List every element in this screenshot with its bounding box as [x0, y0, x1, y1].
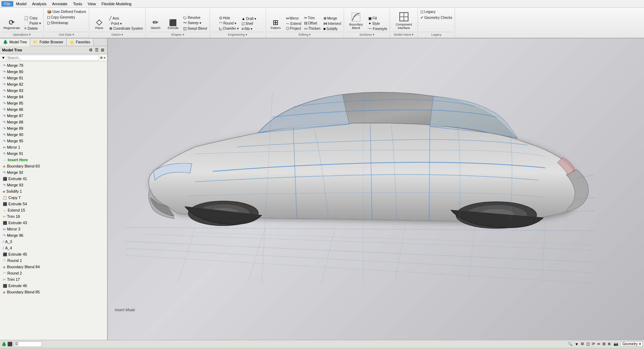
point-button[interactable]: · Point ▾: [108, 21, 144, 26]
tree-item-round-1[interactable]: ◠Round 1: [0, 257, 107, 264]
menu-flexible-modeling[interactable]: Flexible Modeling: [99, 1, 134, 7]
view-extra-btn[interactable]: ⊕: [607, 341, 611, 347]
menu-view[interactable]: View: [85, 1, 99, 7]
surfaces-group-label[interactable]: Surfaces ▾: [345, 32, 388, 36]
view-grid-btn[interactable]: ⊞: [602, 341, 606, 347]
tree-item-extrude-43[interactable]: ⬛Extrude 43: [0, 220, 107, 226]
tree-item-merge-80[interactable]: ↷Merge 80: [0, 69, 107, 75]
draft-button[interactable]: ▲ Draft ▾: [240, 16, 257, 21]
boundary-blend-button[interactable]: BoundaryBlend: [345, 10, 366, 31]
menu-analysis[interactable]: Analysis: [29, 1, 49, 7]
engineering-group-label[interactable]: Engineering ▾: [211, 32, 264, 36]
extrude-button[interactable]: ⬛ Extrude: [164, 18, 181, 31]
tree-item-extrude-45[interactable]: ⬛Extrude 45: [0, 251, 107, 257]
intersect-button[interactable]: ⋈ Intersect: [322, 21, 342, 26]
editing-group-label[interactable]: Editing ▾: [267, 32, 343, 36]
sweep-button[interactable]: 〜 Sweep ▾: [182, 20, 208, 26]
geometry-checks-button[interactable]: ✔ Geometry Checks: [419, 15, 453, 20]
tree-item-solidify-1[interactable]: ■Solidify 1: [0, 188, 107, 194]
search-clear-button[interactable]: ✕: [100, 56, 103, 60]
regenerate-button[interactable]: ⟳ Regenerate: [1, 17, 22, 31]
view-spin-btn[interactable]: ⟳: [591, 341, 596, 347]
tree-settings-button[interactable]: ⚙: [88, 47, 93, 53]
component-interface-button[interactable]: ComponentInterface: [393, 10, 414, 31]
fill-button[interactable]: ▣ Fill: [367, 16, 388, 21]
tree-item-trim-18[interactable]: ✂Trim 18: [0, 213, 107, 220]
pattern-button[interactable]: ⊞ Pattern: [267, 17, 284, 31]
view-camera-btn[interactable]: 📷: [613, 341, 619, 347]
user-defined-button[interactable]: 📦 User-Defined Feature: [46, 9, 87, 14]
legacy-button[interactable]: ◻ Legacy: [419, 9, 436, 14]
round-button[interactable]: ◠ Round ▾: [218, 21, 240, 26]
tree-item-boundary-blend-83[interactable]: ◈Boundary Blend 83: [0, 163, 107, 169]
chamfer-button[interactable]: ◺ Chamfer ▾: [218, 26, 240, 31]
search-input[interactable]: [6, 55, 99, 60]
solidify-button[interactable]: ■ Solidify: [322, 26, 342, 31]
tree-item-merge-93[interactable]: ↷Merge 93: [0, 182, 107, 188]
filter-icon[interactable]: ▼: [1, 56, 5, 60]
tree-item-merge-79[interactable]: ↷Merge 79: [0, 62, 107, 69]
trim-button[interactable]: ✂ Trim: [303, 15, 322, 21]
sketch-button[interactable]: ✏ Sketch: [147, 17, 164, 31]
tree-item-trim-17[interactable]: ✂Trim 17: [0, 276, 107, 283]
thicken-button[interactable]: ▭ Thicken: [303, 26, 322, 31]
viewport[interactable]: Insert Mode: [108, 38, 644, 340]
tree-item-merge-87[interactable]: ↷Merge 87: [0, 113, 107, 119]
hole-button[interactable]: ⊙ Hole: [218, 15, 240, 21]
project-button[interactable]: ⬡ Project: [285, 26, 302, 31]
search-add-button[interactable]: +: [104, 56, 106, 60]
mirror-button[interactable]: ⇔ Mirror: [285, 16, 302, 21]
swept-blend-button[interactable]: ◫ Swept Blend: [182, 26, 208, 31]
revolve-button[interactable]: ⭮ Revolve: [182, 15, 208, 20]
tree-item-extrude-46[interactable]: ⬛Extrude 46: [0, 283, 107, 289]
tree-item-merge-90[interactable]: ↷Merge 90: [0, 131, 107, 138]
tree-item-a4[interactable]: /A_4: [0, 245, 107, 251]
tree-item-merge-92[interactable]: ↷Merge 92: [0, 169, 107, 176]
view-orient-btn[interactable]: ⚙: [580, 341, 585, 347]
tree-item-merge-85[interactable]: ↷Merge 85: [0, 100, 107, 106]
copy-button[interactable]: 📋 Copy: [23, 15, 42, 21]
tree-item-extrude-41[interactable]: ⬛Extrude 41: [0, 176, 107, 182]
offset-button[interactable]: ⊟ Offset: [303, 21, 322, 26]
tree-item-merge-86[interactable]: ↷Merge 86: [0, 106, 107, 113]
tree-item-merge-81[interactable]: ↷Merge 81: [0, 75, 107, 81]
get-data-group-label[interactable]: Get Data ▾: [45, 32, 88, 36]
paste-button[interactable]: 📄 Paste ▾: [23, 21, 42, 26]
tab-model-tree[interactable]: 🌲 Model Tree: [0, 38, 30, 46]
model-intent-group-label[interactable]: Model Intent ▾: [391, 32, 416, 36]
tree-item-a3[interactable]: /A_3: [0, 238, 107, 245]
merge-button[interactable]: ⊕ Merge: [322, 16, 342, 21]
extend-button[interactable]: ↔ Extend: [285, 21, 302, 26]
tree-item-merge-95[interactable]: ↷Merge 95: [0, 138, 107, 144]
tree-item-boundary-blend-84[interactable]: ◈Boundary Blend 84: [0, 264, 107, 270]
menu-annotate[interactable]: Annotate: [49, 1, 70, 7]
tree-item-merge-84[interactable]: ↷Merge 84: [0, 94, 107, 100]
tree-item-merge-89[interactable]: ↷Merge 89: [0, 125, 107, 131]
copy-geometry-button[interactable]: ◻ Copy Geometry: [46, 15, 76, 20]
tree-columns-button[interactable]: ☰: [94, 47, 99, 53]
axis-button[interactable]: ╱ Axis: [108, 16, 144, 21]
tree-item-copy-7[interactable]: 📋Copy 7: [0, 194, 107, 201]
tree-item-merge-83[interactable]: ↷Merge 83: [0, 87, 107, 94]
tree-item-merge-91[interactable]: ↷Merge 91: [0, 150, 107, 157]
plane-button[interactable]: ◇ Plane: [91, 17, 107, 31]
view-arrows-btn[interactable]: ⇔: [596, 341, 601, 347]
menu-tools[interactable]: Tools: [70, 1, 85, 7]
menu-file[interactable]: File: [1, 1, 13, 7]
tree-item-round-2[interactable]: ◠Round 2: [0, 270, 107, 276]
rib-button[interactable]: ≡ Rib ▾: [240, 26, 257, 31]
style-button[interactable]: ✦ Style: [367, 21, 388, 26]
view-mode-btn1[interactable]: 🔍: [567, 341, 573, 347]
geometry-dropdown[interactable]: Geometry ▾: [621, 341, 643, 347]
status-tree-icon[interactable]: 🌲: [1, 342, 7, 347]
tree-item-extrude-54[interactable]: ⬛Extrude 54: [0, 201, 107, 207]
tree-item-extend-15[interactable]: ↔Extend 15: [0, 207, 107, 213]
tree-item-boundary-blend-85[interactable]: ◈Boundary Blend 85: [0, 289, 107, 295]
delete-button[interactable]: ✕ Delete: [23, 26, 42, 31]
shell-button[interactable]: ◻ Shell: [240, 21, 257, 26]
tree-item-merge-88[interactable]: ↷Merge 88: [0, 119, 107, 125]
tree-item-mirror-3[interactable]: ⇔Mirror 3: [0, 226, 107, 232]
status-command-input[interactable]: [14, 341, 42, 347]
freestyle-button[interactable]: 〰 Freestyle: [367, 26, 388, 31]
tree-item-insert-here[interactable]: →Insert Here: [0, 157, 107, 163]
